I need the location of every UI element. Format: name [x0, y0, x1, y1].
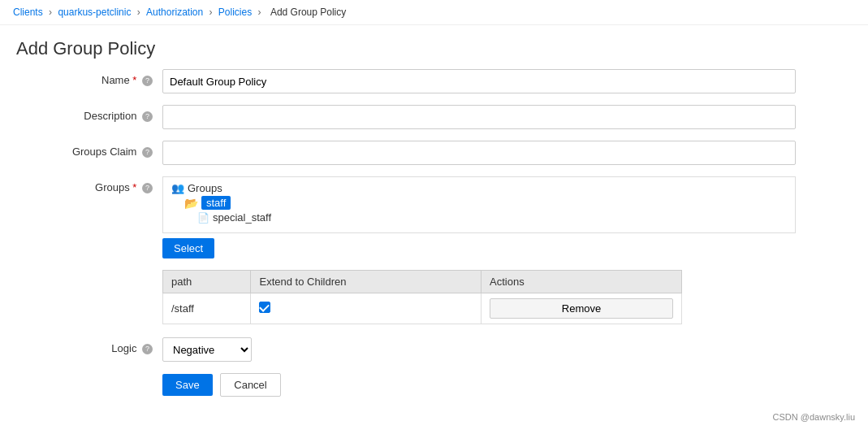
logic-select[interactable]: Negative Positive: [162, 337, 252, 362]
description-help-icon[interactable]: ?: [142, 111, 153, 122]
groups-required: *: [132, 181, 136, 193]
groups-help-icon[interactable]: ?: [142, 183, 153, 193]
breadcrumb-clients[interactable]: Clients: [13, 7, 43, 18]
groups-table: path Extend to Children Actions /staff R…: [162, 270, 682, 324]
description-input[interactable]: [162, 105, 796, 129]
groups-claim-control: [162, 141, 796, 165]
form-container: Name * ? Description ? Groups Claim ? Gr…: [0, 69, 868, 424]
tree-item-special-staff[interactable]: 📄 special_staff: [197, 211, 787, 224]
groups-claim-label: Groups Claim ?: [16, 141, 162, 158]
col-actions: Actions: [482, 271, 682, 293]
name-required: *: [132, 74, 136, 86]
groups-control: 👥 Groups 📂 staff 📄 special_staff Select: [162, 176, 796, 324]
cell-extend: [251, 293, 482, 324]
groups-claim-help-icon[interactable]: ?: [142, 147, 153, 158]
cancel-button[interactable]: Cancel: [220, 373, 280, 397]
name-label: Name * ?: [16, 69, 162, 86]
description-row: Description ?: [16, 105, 852, 129]
page-title: Add Group Policy: [0, 25, 868, 69]
logic-label: Logic ?: [16, 337, 162, 354]
folder-icon: 📂: [184, 197, 198, 210]
name-control: [162, 69, 796, 93]
tree-label-staff: staff: [201, 196, 231, 210]
action-spacer: [16, 373, 162, 378]
name-row: Name * ?: [16, 69, 852, 93]
logic-control: Negative Positive: [162, 337, 796, 362]
description-label: Description ?: [16, 105, 162, 122]
name-help-icon[interactable]: ?: [142, 76, 153, 86]
breadcrumb-petclinic[interactable]: quarkus-petclinic: [58, 7, 131, 18]
breadcrumb-sep4: ›: [258, 7, 264, 18]
watermark: CSDN @dawnsky.liu: [773, 412, 855, 422]
breadcrumb-current: Add Group Policy: [270, 7, 346, 18]
breadcrumb-sep1: ›: [49, 7, 54, 18]
action-buttons-row: Save Cancel: [16, 373, 852, 397]
breadcrumb: Clients › quarkus-petclinic › Authorizat…: [0, 0, 868, 25]
name-input[interactable]: [162, 69, 796, 93]
description-control: [162, 105, 796, 129]
breadcrumb-authorization[interactable]: Authorization: [146, 7, 203, 18]
logic-row: Logic ? Negative Positive: [16, 337, 852, 362]
logic-help-icon[interactable]: ?: [142, 344, 153, 354]
col-path: path: [163, 271, 251, 293]
groups-label: Groups * ?: [16, 176, 162, 193]
file-icon: 📄: [197, 212, 209, 224]
groups-claim-input[interactable]: [162, 141, 796, 165]
tree-item-staff[interactable]: 📂 staff: [184, 196, 787, 210]
cell-path: /staff: [163, 293, 251, 324]
select-button[interactable]: Select: [162, 238, 214, 258]
breadcrumb-sep3: ›: [209, 7, 215, 18]
table-row: /staff Remove: [163, 293, 682, 324]
table-header-row: path Extend to Children Actions: [163, 271, 682, 293]
breadcrumb-policies[interactable]: Policies: [218, 7, 252, 18]
tree-root: 👥 Groups: [171, 182, 787, 194]
remove-button[interactable]: Remove: [490, 298, 673, 319]
groups-claim-row: Groups Claim ?: [16, 141, 852, 165]
breadcrumb-sep2: ›: [137, 7, 143, 18]
group-icon: 👥: [171, 182, 184, 194]
extend-checkbox[interactable]: [259, 302, 270, 313]
cell-actions: Remove: [482, 293, 682, 324]
action-buttons: Save Cancel: [162, 373, 796, 397]
save-button[interactable]: Save: [162, 374, 213, 396]
tree-label-special-staff: special_staff: [213, 211, 271, 224]
groups-tree: 👥 Groups 📂 staff 📄 special_staff: [162, 176, 796, 233]
tree-root-label: Groups: [188, 182, 222, 194]
groups-row: Groups * ? 👥 Groups 📂 staff 📄: [16, 176, 852, 324]
col-extend: Extend to Children: [251, 271, 482, 293]
